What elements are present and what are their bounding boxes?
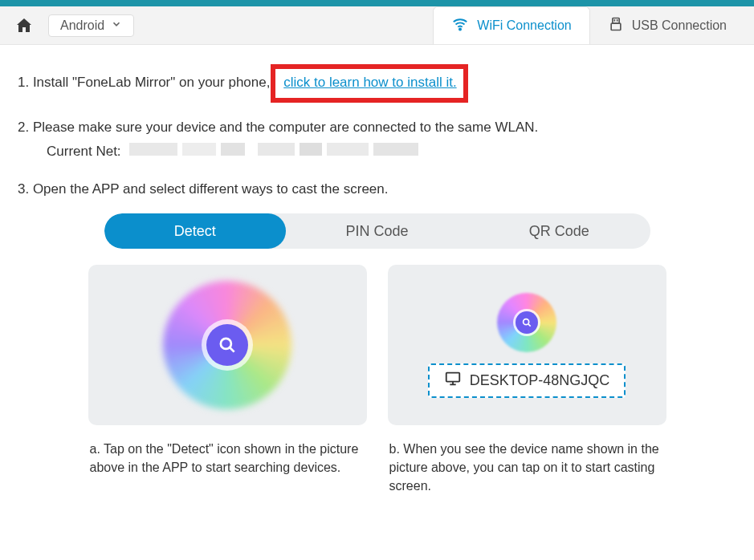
tab-wifi-label: WiFi Connection [477,18,571,33]
svg-rect-11 [373,143,418,156]
step-1-text: 1. Install "FoneLab Mirror" on your phon… [18,75,270,90]
svg-point-12 [221,339,231,349]
detect-search-icon [206,324,248,366]
step-3-text: 3. Open the APP and select different way… [18,181,388,197]
svg-rect-1 [613,18,619,23]
svg-line-15 [528,323,531,326]
panel-b-caption: b. When you see the device name shown in… [388,440,666,496]
method-tab-qr[interactable]: QR Code [468,213,650,249]
step-2-text: 2. Please make sure your device and the … [18,117,736,138]
svg-point-14 [524,319,529,324]
method-tab-pin[interactable]: PIN Code [286,213,468,249]
instruction-panels: a. Tap on the "Detect" icon shown in the… [88,265,666,496]
current-net-label: Current Net: [47,144,121,159]
panel-a: a. Tap on the "Detect" icon shown in the… [88,265,367,496]
svg-rect-2 [611,23,621,30]
monitor-icon [444,370,462,392]
panel-b: DESKTOP-48NGJQC b. When you see the devi… [388,265,666,496]
window-top-strip [0,0,754,6]
device-name-row[interactable]: DESKTOP-48NGJQC [428,363,626,398]
current-net-row: Current Net: [47,140,736,164]
method-tabs: Detect PIN Code QR Code [104,213,650,249]
current-net-value [129,140,426,164]
svg-rect-16 [446,372,459,381]
highlight-box: click to learn how to install it. [271,64,467,103]
platform-selector-label: Android [60,18,104,33]
svg-rect-5 [129,143,177,156]
svg-rect-10 [327,143,369,156]
step-3: 3. Open the APP and select different way… [18,179,736,200]
net-value-redacted [129,140,426,158]
panel-b-illustration: DESKTOP-48NGJQC [388,265,666,425]
tab-wifi-connection[interactable]: WiFi Connection [433,6,589,44]
panel-a-caption: a. Tap on the "Detect" icon shown in the… [88,440,367,477]
svg-line-13 [230,347,234,351]
home-button[interactable] [10,13,39,39]
tab-usb-label: USB Connection [632,18,727,33]
chevron-down-icon [111,18,122,33]
learn-install-link[interactable]: click to learn how to install it. [283,75,456,90]
step-2: 2. Please make sure your device and the … [18,117,736,164]
home-icon [14,16,34,35]
detect-search-icon-small [516,311,538,334]
tab-usb-connection[interactable]: USB Connection [590,8,744,43]
panel-a-illustration [88,265,367,425]
wifi-icon [451,15,469,36]
svg-rect-9 [300,143,322,156]
method-tab-detect[interactable]: Detect [104,213,287,249]
svg-rect-8 [258,143,295,156]
step-1: 1. Install "FoneLab Mirror" on your phon… [18,64,736,103]
platform-selector[interactable]: Android [48,14,134,37]
main-content: 1. Install "FoneLab Mirror" on your phon… [0,45,754,496]
svg-rect-6 [182,143,216,156]
svg-rect-7 [221,143,245,156]
svg-point-0 [459,28,461,30]
usb-icon [608,16,624,35]
top-toolbar: Android WiFi Connection USB Connection [0,6,754,45]
device-name-text: DESKTOP-48NGJQC [470,372,610,389]
